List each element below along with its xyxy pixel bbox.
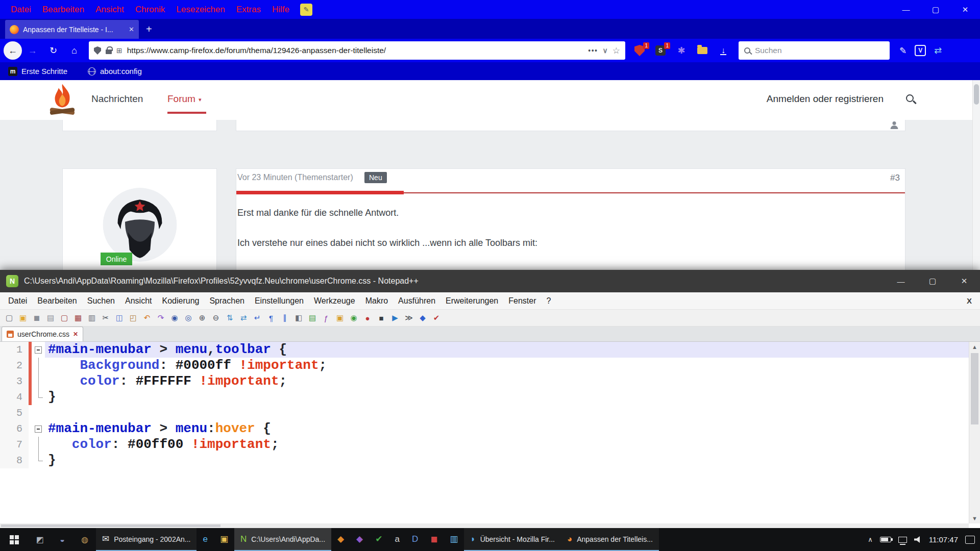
npp-document-tab[interactable]: userChrome.css ✕: [2, 327, 83, 341]
fold-marker[interactable]: [32, 342, 45, 358]
browser-tab[interactable]: Anpassen der Titelleiste - I... ✕: [5, 20, 139, 39]
replace-icon[interactable]: ◎: [182, 312, 194, 324]
open-folder-icon[interactable]: ▣: [17, 312, 29, 324]
fold-marker[interactable]: [32, 421, 45, 437]
task-explorer-button[interactable]: ▣: [214, 528, 234, 551]
new-file-icon[interactable]: ▢: [3, 312, 15, 324]
code-text[interactable]: }: [45, 453, 980, 468]
close-button[interactable]: ✕: [950, 0, 980, 19]
menubar-item-bearbeiten[interactable]: Bearbeiten: [37, 5, 90, 15]
quick-launch-icon-2[interactable]: ◒: [51, 528, 74, 551]
multi-run-macro-icon[interactable]: ≫: [403, 312, 415, 324]
bookmark-item[interactable]: about:config: [88, 67, 142, 76]
redo-icon[interactable]: ↷: [155, 312, 167, 324]
code-line[interactable]: 2 Background: #0000ff !important;: [0, 358, 980, 373]
notes-extension-icon[interactable]: ✎: [300, 4, 312, 16]
paste-icon[interactable]: ◰: [127, 312, 139, 324]
task-firefox-button[interactable]: ◕Anpassen der Titelleis...: [561, 528, 659, 551]
task-icon-green-check[interactable]: ✔: [369, 528, 388, 551]
npp-menu-ansicht[interactable]: Ansicht: [120, 296, 157, 306]
task-icon-d[interactable]: D: [406, 528, 424, 551]
npp-titlebar[interactable]: N C:\Users\Andi\AppData\Roaming\Mozilla\…: [0, 270, 980, 292]
sync-scroll-h-icon[interactable]: ⇄: [237, 312, 250, 324]
show-symbols-icon[interactable]: ¶: [265, 312, 277, 324]
task-icon-chart[interactable]: ▥: [444, 528, 464, 551]
npp-horizontal-scrollbar[interactable]: [0, 523, 969, 528]
task-mail-button[interactable]: ✉Posteingang - 2002An...: [96, 528, 197, 551]
signin-link[interactable]: Anmelden oder registrieren: [767, 93, 884, 105]
maximize-button[interactable]: ▢: [921, 0, 950, 19]
url-text[interactable]: https://www.camp-firefox.de/forum/thema/…: [127, 46, 584, 55]
npp-editor[interactable]: 1#main-menubar > menu,toolbar {2 Backgro…: [0, 342, 980, 523]
code-line[interactable]: 8}: [0, 453, 980, 468]
post-timestamp[interactable]: Vor 23 Minuten (Themenstarter): [237, 173, 353, 182]
npp-menu-ausfhren[interactable]: Ausführen: [393, 296, 440, 306]
code-text[interactable]: color: #00ff00 !important;: [45, 437, 980, 453]
bookmark-item[interactable]: mErste Schritte: [8, 67, 67, 76]
library-button[interactable]: [696, 44, 708, 57]
npp-menu-datei[interactable]: Datei: [3, 296, 32, 306]
noscript-extension-button[interactable]: S 1: [654, 44, 667, 57]
npp-menu-erweiterungen[interactable]: Erweiterungen: [440, 296, 503, 306]
tab-close-icon[interactable]: ✕: [129, 26, 134, 33]
taskbar-clock[interactable]: 11:07:47: [929, 535, 958, 544]
purple-extension-button[interactable]: ✱: [675, 44, 688, 57]
close-doc-icon[interactable]: ▢: [58, 312, 70, 324]
volume-icon[interactable]: [914, 536, 922, 543]
nav-forum[interactable]: Forum ▾: [167, 93, 201, 105]
task-thunderbird-button[interactable]: ◗Übersicht - Mozilla Fir...: [464, 528, 561, 551]
npp-menu-bearbeiten[interactable]: Bearbeiten: [32, 296, 82, 306]
file-monitor-icon[interactable]: ◉: [348, 312, 360, 324]
npp-menu-suchen[interactable]: Suchen: [82, 296, 120, 306]
person-icon[interactable]: [890, 121, 899, 129]
downloads-button[interactable]: ↓: [717, 44, 729, 57]
menubar-item-extras[interactable]: Extras: [231, 5, 266, 15]
menubar-item-chronik[interactable]: Chronik: [130, 5, 171, 15]
task-icon-a[interactable]: a: [388, 528, 405, 551]
new-tab-button[interactable]: +: [146, 23, 152, 35]
task-icon-red[interactable]: ◼: [424, 528, 444, 551]
code-line[interactable]: 4}: [0, 389, 980, 405]
sync-scroll-v-icon[interactable]: ⇅: [224, 312, 236, 324]
scroll-down-icon[interactable]: ▼: [969, 513, 980, 523]
home-button[interactable]: ⌂: [64, 45, 85, 56]
minimize-button[interactable]: —: [891, 0, 921, 19]
task-notepadpp-button[interactable]: NC:\Users\Andi\AppDa...: [234, 528, 331, 551]
record-macro-icon[interactable]: ●: [361, 312, 374, 324]
npp-menu-einstellungen[interactable]: Einstellungen: [250, 296, 309, 306]
search-input[interactable]: [755, 46, 884, 55]
npp-menu-sprachen[interactable]: Sprachen: [204, 296, 250, 306]
battery-icon[interactable]: [880, 537, 891, 542]
compose-pencil-icon[interactable]: ✎: [899, 45, 906, 56]
task-icon-violet[interactable]: ◆: [350, 528, 369, 551]
tracking-protection-shield-icon[interactable]: [94, 46, 101, 55]
code-text[interactable]: [45, 405, 980, 421]
indent-guide-icon[interactable]: ∥: [279, 312, 291, 324]
define-language-icon[interactable]: ◧: [292, 312, 305, 324]
menubar-item-lesezeichen[interactable]: Lesezeichen: [170, 5, 230, 15]
bookmark-star-icon[interactable]: ☆: [612, 45, 620, 56]
code-text[interactable]: color: #FFFFFF !important;: [45, 373, 980, 389]
folder-workspace-icon[interactable]: ▣: [334, 312, 346, 324]
code-text[interactable]: Background: #0000ff !important;: [45, 358, 980, 373]
save-all-icon[interactable]: ▤: [44, 312, 57, 324]
menubar-item-datei[interactable]: Datei: [5, 5, 37, 15]
npp-scrollbar-thumb[interactable]: [971, 353, 978, 424]
reload-button[interactable]: ↻: [43, 45, 64, 56]
start-button[interactable]: [0, 528, 29, 551]
spell-check-icon[interactable]: ✔: [430, 312, 443, 324]
code-line[interactable]: 5: [0, 405, 980, 421]
page-scrollbar[interactable]: [972, 80, 980, 270]
page-actions-icon[interactable]: •••: [588, 46, 598, 55]
undo-icon[interactable]: ↶: [141, 312, 153, 324]
play-macro-icon[interactable]: ▶: [389, 312, 401, 324]
zoom-in-icon[interactable]: ⊕: [196, 312, 208, 324]
campfire-logo-icon[interactable]: [48, 83, 76, 117]
site-permissions-icon[interactable]: ⊞: [116, 46, 122, 55]
npp-vertical-scrollbar[interactable]: ▲ ▼: [969, 342, 980, 523]
network-icon[interactable]: [898, 537, 907, 543]
tray-expand-chevron-icon[interactable]: ∧: [868, 536, 873, 543]
function-list-icon[interactable]: ƒ: [320, 312, 332, 324]
back-button[interactable]: ←: [4, 41, 22, 60]
npp-menu-fenster[interactable]: Fenster: [503, 296, 541, 306]
